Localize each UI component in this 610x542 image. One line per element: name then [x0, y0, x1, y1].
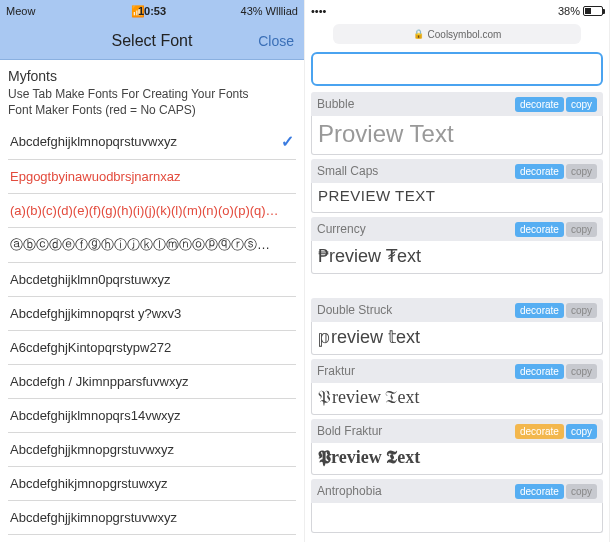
copy-button[interactable]: copy	[566, 424, 597, 439]
section-subtitle: Use Tab Make Fonts For Creating Your Fon…	[8, 86, 296, 118]
url-text: Coolsymbol.com	[428, 29, 502, 40]
font-row[interactable]: Epgogtbyinawuodbrsjnarnxaz	[8, 160, 296, 194]
style-preview[interactable]: 𝔓review 𝔗ext	[311, 383, 603, 415]
font-sample: Abcdefgh / Jkimnpparsfuvwxyz	[10, 374, 188, 389]
style-name: Antrophobia	[317, 484, 382, 498]
copy-button[interactable]: copy	[566, 364, 597, 379]
font-row[interactable]: Abcdefghjjkmnopgrstuvwxyz	[8, 433, 296, 467]
style-header: Frakturdecoratecopy	[311, 359, 603, 383]
style-preview[interactable]: ₱review ₮ext	[311, 241, 603, 274]
font-sample: A6cdefghjKintopqrstypw272	[10, 340, 171, 355]
style-name: Fraktur	[317, 364, 355, 378]
style-preview[interactable]: PREVIEW TEXT	[311, 183, 603, 213]
style-block: Double Struckdecoratecopy𝕡review 𝕥ext	[311, 298, 603, 355]
font-sample: Abcdefghjjkimnopqrst y?wxv3	[10, 306, 181, 321]
font-row[interactable]: (a)(b)(c)(d)(e)(f)(g)(h)(i)(j)(k)(l)(m)(…	[8, 194, 296, 228]
style-block: Frakturdecoratecopy𝔓review 𝔗ext	[311, 359, 603, 415]
status-bar-right: •••• 10:57 38%	[305, 0, 609, 22]
style-header: Small Capsdecoratecopy	[311, 159, 603, 183]
font-sample: Abcdefghjjkimnopgrstuvwxyz	[10, 510, 177, 525]
style-block: Small CapsdecoratecopyPREVIEW TEXT	[311, 159, 603, 213]
decorate-button[interactable]: decorate	[515, 164, 564, 179]
style-header: Antrophobiadecoratecopy	[311, 479, 603, 503]
font-list-container: Myfonts Use Tab Make Fonts For Creating …	[0, 60, 304, 535]
font-row[interactable]: Abcdefghikjmnopgrstuwxyz	[8, 467, 296, 501]
signal-icon: ••••	[311, 5, 326, 17]
font-row[interactable]: Abcdefghjjkimnopqrst y?wxv3	[8, 297, 296, 331]
font-sample: Abcdefghijklmnopqrs14vwxyz	[10, 408, 181, 423]
lock-icon: 🔒	[413, 29, 424, 39]
battery-icon	[583, 6, 603, 16]
style-preview[interactable]: 𝕡review 𝕥ext	[311, 322, 603, 355]
style-preview[interactable]: 𝕻review 𝕿ext	[311, 443, 603, 475]
status-bar-left: Meow 📶 10:53 43% Wllliad	[0, 0, 304, 22]
font-row[interactable]: Abcdefghijklmnopqrs14vwxyz	[8, 399, 296, 433]
font-row[interactable]: A6cdefghjKintopqrstypw272	[8, 331, 296, 365]
search-input[interactable]	[311, 52, 603, 86]
style-preview[interactable]: Proview Text	[311, 116, 603, 155]
font-row[interactable]: ⓐⓑⓒⓓⓔⓕⓖⓗⓘⓙⓚⓛⓜⓝⓞⓟⓠⓡⓢⓣⓤ…	[8, 228, 296, 263]
nav-header: Select Font Close	[0, 22, 304, 60]
url-bar[interactable]: 🔒 Coolsymbol.com	[333, 24, 581, 44]
right-phone: •••• 10:57 38% 🔒 Coolsymbol.com Bubblede…	[305, 0, 610, 542]
style-header: Currencydecoratecopy	[311, 217, 603, 241]
style-name: Bubble	[317, 97, 354, 111]
left-phone: Meow 📶 10:53 43% Wllliad Select Font Clo…	[0, 0, 305, 542]
close-button[interactable]: Close	[258, 33, 294, 49]
font-sample: Epgogtbyinawuodbrsjnarnxaz	[10, 169, 181, 184]
font-sample: Abcdefghjjkmnopgrstuvwxyz	[10, 442, 174, 457]
battery-text-right: 38%	[558, 5, 580, 17]
decorate-button[interactable]: decorate	[515, 222, 564, 237]
decorate-button[interactable]: decorate	[515, 303, 564, 318]
font-sample: Abcdefghijklmnopqrstuvwxyz	[10, 134, 177, 149]
status-time: 10:53	[0, 5, 304, 17]
font-sample: Abcdefghikjmnopgrstuwxyz	[10, 476, 168, 491]
style-header: Double Struckdecoratecopy	[311, 298, 603, 322]
copy-button[interactable]: copy	[566, 164, 597, 179]
copy-button[interactable]: copy	[566, 222, 597, 237]
style-name: Currency	[317, 222, 366, 236]
copy-button[interactable]: copy	[566, 484, 597, 499]
font-sample: (a)(b)(c)(d)(e)(f)(g)(h)(i)(j)(k)(l)(m)(…	[10, 203, 280, 218]
style-name: Small Caps	[317, 164, 378, 178]
decorate-button[interactable]: decorate	[515, 97, 564, 112]
copy-button[interactable]: copy	[566, 303, 597, 318]
font-row[interactable]: Abcdetghijklmn0pqrstuwxyz	[8, 263, 296, 297]
font-row[interactable]: Abcdefghjjkimnopgrstuvwxyz	[8, 501, 296, 535]
style-name: Bold Fraktur	[317, 424, 382, 438]
decorate-button[interactable]: decorate	[515, 484, 564, 499]
decorate-button[interactable]: decorate	[515, 364, 564, 379]
font-sample: Abcdetghijklmn0pqrstuwxyz	[10, 272, 170, 287]
style-block: BubbledecoratecopyProview Text	[311, 92, 603, 155]
nav-title: Select Font	[112, 32, 193, 50]
section-title: Myfonts	[8, 68, 296, 84]
font-sample: ⓐⓑⓒⓓⓔⓕⓖⓗⓘⓙⓚⓛⓜⓝⓞⓟⓠⓡⓢⓣⓤ…	[10, 236, 280, 254]
style-block: Antrophobiadecoratecopy	[311, 479, 603, 533]
font-row[interactable]: Abcdefghijklmnopqrstuvwxyz	[8, 124, 296, 160]
styles-container: BubbledecoratecopyProview TextSmall Caps…	[305, 48, 609, 541]
style-header: Bold Frakturdecoratecopy	[311, 419, 603, 443]
decorate-button[interactable]: decorate	[515, 424, 564, 439]
style-block: Currencydecoratecopy₱review ₮ext	[311, 217, 603, 274]
style-block: Bold Frakturdecoratecopy𝕻review 𝕿ext	[311, 419, 603, 475]
style-header: Bubbledecoratecopy	[311, 92, 603, 116]
style-name: Double Struck	[317, 303, 392, 317]
font-row[interactable]: Abcdefgh / Jkimnpparsfuvwxyz	[8, 365, 296, 399]
copy-button[interactable]: copy	[566, 97, 597, 112]
style-preview[interactable]	[311, 503, 603, 533]
